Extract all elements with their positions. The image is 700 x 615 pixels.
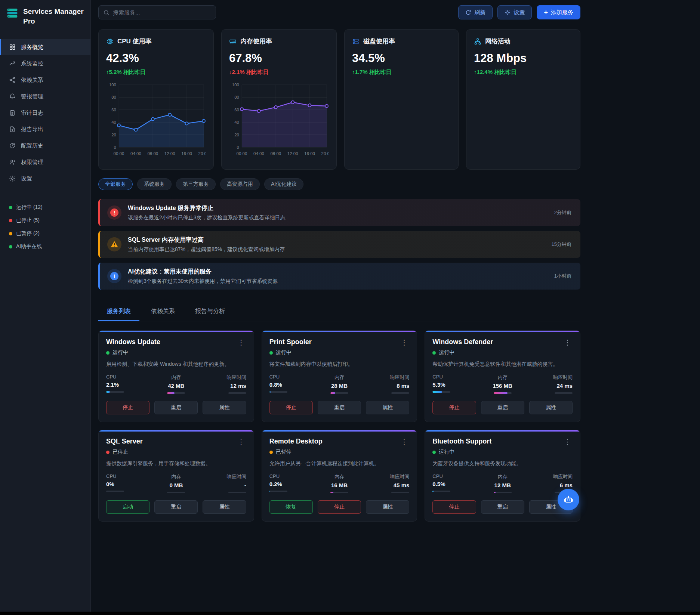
sidebar-item-config-history[interactable]: 配置历史	[0, 137, 90, 154]
restart-button[interactable]: 重启	[154, 401, 198, 414]
history-icon	[9, 142, 16, 149]
stop-button[interactable]: 停止	[269, 401, 313, 414]
status-legend: 运行中 (12) 已停止 (5) 已暂停 (2) AI助手在线	[0, 204, 90, 250]
svg-text:20:00: 20:00	[198, 151, 206, 156]
topbar: 刷新 设置 + 添加服务	[98, 5, 580, 19]
refresh-button[interactable]: 刷新	[458, 5, 493, 19]
service-card: SQL Server 已停止 ⋮ 提供数据库引擎服务，用于存储和处理数据。 CP…	[98, 430, 254, 522]
memory-bar	[330, 392, 348, 394]
kebab-menu-icon[interactable]: ⋮	[562, 338, 573, 347]
nav-label: 配置历史	[21, 142, 43, 149]
gear-icon	[505, 9, 511, 15]
stat-title: 磁盘使用率	[363, 37, 395, 46]
stop-button[interactable]: 停止	[432, 401, 476, 414]
nav-label: 设置	[21, 175, 32, 182]
memory-label: 内存	[316, 374, 363, 381]
sidebar-item-permissions[interactable]: 权限管理	[0, 154, 90, 170]
tab-dependencies[interactable]: 依赖关系	[142, 304, 184, 321]
grid-icon	[9, 44, 16, 50]
sidebar-item-settings[interactable]: 设置	[0, 170, 90, 187]
sidebar-item-monitoring[interactable]: 系统监控	[0, 55, 90, 72]
memory-label: 内存	[479, 473, 526, 480]
error-icon: !	[107, 205, 121, 220]
nav-label: 权限管理	[21, 159, 43, 166]
topbar-actions: 刷新 设置 + 添加服务	[458, 5, 580, 19]
cpu-label: CPU	[106, 374, 153, 380]
properties-button[interactable]: 属性	[529, 401, 573, 414]
tab-service-list[interactable]: 服务列表	[98, 304, 139, 321]
sidebar-item-audit-log[interactable]: 审计日志	[0, 105, 90, 121]
memory-icon	[229, 38, 237, 45]
svg-text:40: 40	[234, 120, 239, 124]
alert-item[interactable]: ! Windows Update 服务异常停止 该服务在最近2小时内已停止3次，…	[98, 199, 580, 226]
sidebar-item-alerts[interactable]: 警报管理	[0, 88, 90, 105]
start-button[interactable]: 启动	[106, 500, 149, 514]
nav-label: 审计日志	[21, 109, 43, 117]
settings-button[interactable]: 设置	[497, 5, 532, 19]
response-label: 响应时间	[526, 374, 573, 381]
ai-assistant-button[interactable]	[558, 489, 579, 510]
sidebar-item-dependencies[interactable]: 依赖关系	[0, 72, 90, 88]
filter-ai-suggestions[interactable]: AI优化建议	[264, 178, 303, 190]
service-name: Print Spooler	[269, 338, 312, 346]
filter-all-services[interactable]: 全部服务	[98, 178, 133, 190]
bell-icon	[9, 93, 16, 100]
status-dot	[106, 351, 110, 355]
sidebar-item-overview[interactable]: 服务概览	[0, 39, 90, 55]
stat-delta: ↑5.2% 相比昨日	[106, 69, 206, 76]
svg-text:60: 60	[111, 108, 116, 112]
properties-button[interactable]: 属性	[203, 500, 246, 514]
restart-button[interactable]: 重启	[154, 500, 198, 514]
service-card: Windows Update 运行中 ⋮ 启用检测、下载和安装 Windows …	[98, 330, 254, 422]
status-dot	[9, 219, 12, 222]
cpu-icon	[106, 38, 114, 45]
cpu-bar	[269, 491, 287, 492]
svg-text:20:00: 20:00	[321, 151, 329, 156]
search-input[interactable]	[113, 9, 211, 16]
svg-text:100: 100	[232, 83, 239, 87]
add-service-button[interactable]: + 添加服务	[537, 5, 580, 19]
service-card: Print Spooler 运行中 ⋮ 将文件加载到内存中以便稍后打印。 CPU…	[262, 330, 417, 422]
alert-title: SQL Server 内存使用率过高	[128, 236, 285, 244]
stat-value: 34.5%	[352, 52, 451, 65]
search-box	[98, 5, 216, 19]
kebab-menu-icon[interactable]: ⋮	[399, 338, 409, 347]
kebab-menu-icon[interactable]: ⋮	[562, 438, 573, 446]
nav-label: 依赖关系	[21, 77, 43, 84]
sidebar-item-report-export[interactable]: 报告导出	[0, 121, 90, 137]
filter-third-party[interactable]: 第三方服务	[176, 178, 216, 190]
cpu-value: 0.2%	[269, 481, 316, 487]
restart-button[interactable]: 重启	[481, 401, 524, 414]
properties-button[interactable]: 属性	[366, 401, 409, 414]
svg-text:12:00: 12:00	[164, 151, 175, 156]
legend-stopped: 已停止 (5)	[9, 217, 81, 224]
resume-button[interactable]: 恢复	[269, 500, 313, 514]
document-export-icon	[9, 126, 16, 133]
cpu-value: 0.8%	[269, 381, 316, 388]
tab-reports[interactable]: 报告与分析	[186, 304, 234, 321]
properties-button[interactable]: 属性	[366, 500, 409, 514]
alert-time: 15分钟前	[552, 241, 571, 248]
restart-button[interactable]: 重启	[318, 401, 361, 414]
user-icon	[9, 159, 16, 166]
memory-value: 42 MB	[153, 383, 200, 389]
stop-button[interactable]: 停止	[106, 401, 149, 414]
filter-high-resource[interactable]: 高资源占用	[220, 178, 260, 190]
stat-value: 67.8%	[229, 52, 329, 65]
svg-text:40: 40	[111, 120, 116, 124]
status-dot	[269, 351, 273, 355]
memory-label: 内存	[153, 374, 200, 381]
alert-item[interactable]: SQL Server 内存使用率过高 当前内存使用率已达87%，超过阈值85%，…	[98, 231, 580, 258]
restart-button[interactable]: 重启	[481, 500, 524, 514]
kebab-menu-icon[interactable]: ⋮	[236, 438, 246, 446]
properties-button[interactable]: 属性	[203, 401, 246, 414]
alert-description: 当前内存使用率已达87%，超过阈值85%，建议优化查询或增加内存	[128, 246, 285, 253]
kebab-menu-icon[interactable]: ⋮	[236, 338, 246, 347]
filter-system-services[interactable]: 系统服务	[137, 178, 172, 190]
stop-button[interactable]: 停止	[318, 500, 361, 514]
stop-button[interactable]: 停止	[432, 500, 476, 514]
alert-item[interactable]: i AI优化建议：禁用未使用的服务 检测到3个服务在过去30天内未被使用，禁用它…	[98, 263, 580, 290]
svg-text:80: 80	[234, 95, 239, 99]
memory-value: 156 MB	[479, 383, 526, 389]
kebab-menu-icon[interactable]: ⋮	[399, 438, 409, 446]
